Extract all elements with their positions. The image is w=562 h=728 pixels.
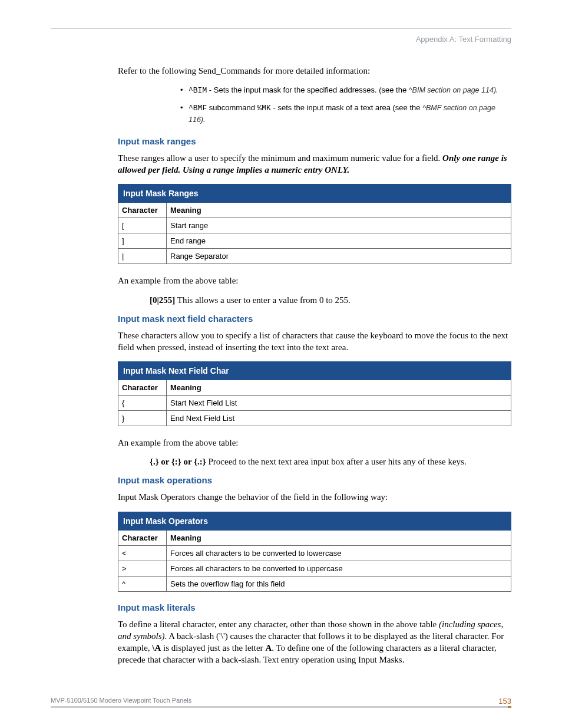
table-mask-operators: Input Mask Operators Character Meaning <… bbox=[118, 512, 511, 592]
heading-input-mask-ranges: Input mask ranges bbox=[118, 136, 511, 146]
example-text: This allows a user to enter a value from… bbox=[175, 295, 351, 305]
italic-text: ^BMF bbox=[422, 104, 441, 112]
cell-character: | bbox=[118, 249, 167, 264]
body-text: - Sets the input mask for the specified … bbox=[207, 85, 409, 94]
body-text: is displayed just as the letter bbox=[161, 643, 265, 653]
col-header-meaning: Meaning bbox=[167, 530, 511, 545]
table-title-row: Input Mask Operators bbox=[118, 512, 511, 530]
col-header-meaning: Meaning bbox=[167, 380, 511, 396]
bold-text: \A bbox=[152, 643, 161, 653]
col-header-meaning: Meaning bbox=[167, 203, 511, 218]
heading-mask-literals: Input mask literals bbox=[118, 602, 511, 612]
code-text: ^BMF bbox=[189, 104, 207, 113]
list-item: ^BIM - Sets the input mask for the speci… bbox=[180, 85, 511, 97]
example-text: Proceed to the next text area input box … bbox=[206, 457, 467, 466]
table-title-row: Input Mask Ranges bbox=[118, 185, 511, 203]
table-row: >Forces all characters to be converted t… bbox=[118, 561, 511, 576]
page-footer: MVP-5100/5150 Modero Viewpoint Touch Pan… bbox=[51, 697, 511, 708]
example-intro: An example from the above table: bbox=[118, 437, 511, 449]
cell-character: { bbox=[118, 396, 167, 411]
intro-paragraph: Refer to the following Send_Commands for… bbox=[118, 65, 511, 77]
cell-meaning: Start Next Field List bbox=[167, 396, 511, 411]
cell-character: > bbox=[118, 561, 167, 576]
body-text: These ranges allow a user to specify the… bbox=[118, 153, 442, 163]
table-row: }End Next Field List bbox=[118, 411, 511, 426]
footer-rule bbox=[51, 706, 511, 708]
body-text: subcommand bbox=[207, 103, 257, 112]
code-text: %MK bbox=[257, 104, 270, 113]
body-paragraph: These ranges allow a user to specify the… bbox=[118, 152, 511, 176]
cell-character: < bbox=[118, 545, 167, 561]
page: Appendix A: Text Formatting Refer to the… bbox=[0, 0, 562, 728]
cell-meaning: Forces all characters to be converted to… bbox=[167, 561, 511, 576]
code-text: ^BIM bbox=[189, 86, 207, 95]
col-header-character: Character bbox=[118, 530, 167, 545]
content: Refer to the following Send_Commands for… bbox=[118, 65, 511, 666]
body-paragraph: These characters allow you to specify a … bbox=[118, 330, 511, 354]
col-header-character: Character bbox=[118, 203, 167, 218]
cell-meaning: End range bbox=[167, 233, 511, 249]
example-line: {.} or {:} or {.:} Proceed to the next t… bbox=[150, 457, 511, 467]
table-header-row: Character Meaning bbox=[118, 380, 511, 396]
cell-character: } bbox=[118, 411, 167, 426]
cell-meaning: Start range bbox=[167, 218, 511, 233]
page-header: Appendix A: Text Formatting bbox=[51, 35, 511, 44]
body-paragraph: Input Mask Operators change the behavior… bbox=[118, 491, 511, 503]
example-bold: [0|255] bbox=[150, 295, 175, 305]
example-line: [0|255] This allows a user to enter a va… bbox=[150, 295, 511, 305]
body-text: To define a literal character, enter any… bbox=[118, 620, 439, 629]
list-item: ^BMF subcommand %MK - sets the input mas… bbox=[180, 103, 511, 126]
table-row: <Forces all characters to be converted t… bbox=[118, 545, 511, 561]
table-row: {Start Next Field List bbox=[118, 396, 511, 411]
example-bold: {.} or {:} or {.:} bbox=[150, 457, 206, 466]
table-input-mask-ranges: Input Mask Ranges Character Meaning [Sta… bbox=[118, 184, 511, 264]
table-header-row: Character Meaning bbox=[118, 530, 511, 545]
cell-meaning: Range Separator bbox=[167, 249, 511, 264]
table-title-row: Input Mask Next Field Char bbox=[118, 362, 511, 380]
bold-text: A bbox=[265, 643, 272, 653]
page-number: 153 bbox=[498, 697, 511, 706]
cell-character: [ bbox=[118, 218, 167, 233]
heading-next-field-chars: Input mask next field characters bbox=[118, 314, 511, 324]
italic-text: ^BIM bbox=[409, 86, 425, 94]
cell-meaning: End Next Field List bbox=[167, 411, 511, 426]
body-text: section on page 114). bbox=[425, 86, 498, 94]
table-row: [Start range bbox=[118, 218, 511, 233]
table-row: ]End range bbox=[118, 233, 511, 249]
table-title: Input Mask Next Field Char bbox=[118, 362, 511, 380]
table-next-field-char: Input Mask Next Field Char Character Mea… bbox=[118, 361, 511, 426]
table-header-row: Character Meaning bbox=[118, 203, 511, 218]
table-row: ^Sets the overflow flag for this field bbox=[118, 576, 511, 591]
footer-text: MVP-5100/5150 Modero Viewpoint Touch Pan… bbox=[51, 697, 191, 704]
cell-meaning: Forces all characters to be converted to… bbox=[167, 545, 511, 561]
col-header-character: Character bbox=[118, 380, 167, 396]
body-text: - sets the input mask of a text area (se… bbox=[271, 103, 422, 112]
table-row: |Range Separator bbox=[118, 249, 511, 264]
command-list: ^BIM - Sets the input mask for the speci… bbox=[180, 85, 511, 126]
rule-top bbox=[51, 28, 511, 29]
cell-character: ] bbox=[118, 233, 167, 249]
cell-meaning: Sets the overflow flag for this field bbox=[167, 576, 511, 591]
cell-character: ^ bbox=[118, 576, 167, 591]
table-title: Input Mask Operators bbox=[118, 512, 511, 530]
body-paragraph: To define a literal character, enter any… bbox=[118, 618, 511, 666]
heading-mask-operations: Input mask operations bbox=[118, 475, 511, 485]
table-title: Input Mask Ranges bbox=[118, 185, 511, 203]
example-intro: An example from the above table: bbox=[118, 275, 511, 286]
